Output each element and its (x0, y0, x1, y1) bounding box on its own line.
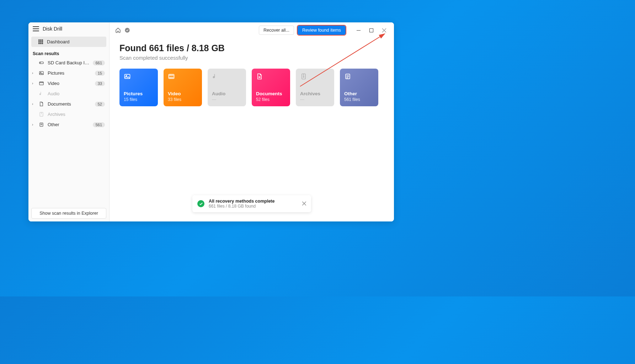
svg-rect-5 (42, 41, 43, 43)
card-label: Other (344, 91, 374, 96)
svg-rect-8 (42, 43, 43, 44)
card-label: Archives (300, 91, 330, 96)
sidebar-item-label: Pictures (48, 70, 93, 76)
card-label: Pictures (124, 91, 154, 96)
minimize-button[interactable] (352, 25, 365, 35)
pictures-icon (124, 73, 154, 81)
video-icon (168, 73, 198, 81)
category-card-pictures[interactable]: Pictures15 files (119, 69, 158, 106)
app-title: Disk Drill (43, 26, 62, 32)
card-count: — (212, 97, 242, 102)
card-count: 15 files (124, 97, 154, 102)
svg-point-41 (303, 77, 304, 77)
card-count: 52 files (256, 97, 286, 102)
card-label: Documents (256, 91, 286, 96)
sidebar-item-label: Archives (48, 112, 105, 117)
sidebar-item-label: SD Card Backup Image.d… (48, 60, 91, 65)
svg-rect-7 (40, 43, 41, 44)
show-in-explorer-button[interactable]: Show scan results in Explorer (31, 208, 106, 219)
picture-icon (38, 70, 44, 76)
svg-rect-0 (38, 39, 39, 41)
chevron-right-icon: › (32, 81, 33, 85)
archives-icon (300, 73, 330, 81)
other-icon (38, 122, 44, 127)
sidebar-item-dashboard[interactable]: Dashboard (31, 37, 106, 47)
titlebar: Recover all... Review found items (110, 22, 394, 35)
sidebar-item-sd-card-backup-image-d-[interactable]: SD Card Backup Image.d…661 (28, 58, 109, 68)
audio-icon (38, 91, 44, 96)
sidebar-item-label: Other (48, 122, 91, 127)
svg-rect-4 (40, 41, 41, 43)
main-panel: Recover all... Review found items Found … (110, 22, 394, 221)
sidebar-item-count: 561 (93, 122, 105, 127)
category-card-audio[interactable]: Audio— (208, 69, 246, 106)
card-label: Video (168, 91, 198, 96)
sidebar-section-label: Scan results (28, 48, 109, 58)
toast-subtitle: 661 files / 8.18 GB found (209, 204, 274, 209)
chevron-right-icon: › (32, 123, 33, 127)
sidebar-item-label: Video (48, 81, 93, 86)
page-title: Found 661 files / 8.18 GB (119, 43, 384, 53)
other-icon (344, 73, 374, 81)
sidebar: Disk Drill Dashboard Scan results SD Car… (28, 22, 110, 221)
svg-rect-6 (38, 43, 39, 44)
svg-rect-2 (42, 39, 43, 41)
chevron-right-icon: › (32, 102, 33, 106)
sidebar-item-archives[interactable]: Archives (28, 109, 109, 119)
category-card-other[interactable]: Other561 files (340, 69, 378, 106)
svg-rect-25 (369, 28, 373, 32)
window-controls (352, 25, 390, 35)
grid-icon (38, 39, 43, 44)
toast-close-button[interactable] (302, 200, 306, 207)
category-card-video[interactable]: Video33 files (164, 69, 202, 106)
sidebar-header: Disk Drill (28, 22, 109, 35)
sidebar-item-other[interactable]: ›Other561 (28, 119, 109, 130)
sidebar-item-count: 33 (95, 81, 105, 86)
svg-rect-1 (40, 39, 41, 41)
svg-point-23 (125, 28, 129, 32)
sidebar-item-count: 661 (93, 60, 105, 65)
sidebar-item-audio[interactable]: Audio (28, 89, 109, 99)
category-card-archives[interactable]: Archives— (296, 69, 334, 106)
success-icon (197, 200, 204, 207)
card-count: — (300, 97, 330, 102)
card-count: 33 files (168, 97, 198, 102)
sidebar-item-documents[interactable]: ›Documents52 (28, 99, 109, 109)
card-label: Audio (212, 91, 242, 96)
page-subtitle: Scan completed successfully (119, 55, 384, 61)
sidebar-item-count: 52 (95, 102, 105, 107)
toast-title: All recovery methods complete (209, 199, 274, 204)
svg-point-10 (40, 63, 40, 63)
category-card-documents[interactable]: Documents52 files (252, 69, 290, 106)
sidebar-item-label: Audio (48, 91, 105, 96)
review-found-items-button[interactable]: Review found items (298, 26, 346, 35)
audio-icon (212, 73, 242, 81)
close-button[interactable] (378, 25, 390, 35)
documents-icon (256, 73, 286, 81)
drive-icon (38, 60, 44, 65)
app-window: Disk Drill Dashboard Scan results SD Car… (28, 22, 394, 221)
card-count: 561 files (344, 97, 374, 102)
video-icon (38, 81, 44, 86)
sidebar-item-label: Dashboard (47, 39, 102, 44)
home-icon[interactable] (115, 27, 121, 33)
svg-rect-30 (169, 74, 174, 79)
menu-icon[interactable] (33, 26, 39, 31)
sidebar-item-video[interactable]: ›Video33 (28, 78, 109, 89)
svg-rect-3 (38, 41, 39, 43)
verified-icon[interactable] (124, 27, 130, 33)
sidebar-item-label: Documents (48, 101, 93, 107)
document-icon (38, 101, 44, 107)
chevron-right-icon: › (32, 71, 33, 75)
sidebar-item-pictures[interactable]: ›Pictures15 (28, 68, 109, 78)
archive-icon (38, 112, 44, 117)
maximize-button[interactable] (365, 25, 378, 35)
recover-all-button[interactable]: Recover all... (259, 26, 294, 35)
sidebar-item-count: 15 (95, 71, 105, 76)
toast-notification: All recovery methods complete 661 files … (192, 195, 311, 212)
